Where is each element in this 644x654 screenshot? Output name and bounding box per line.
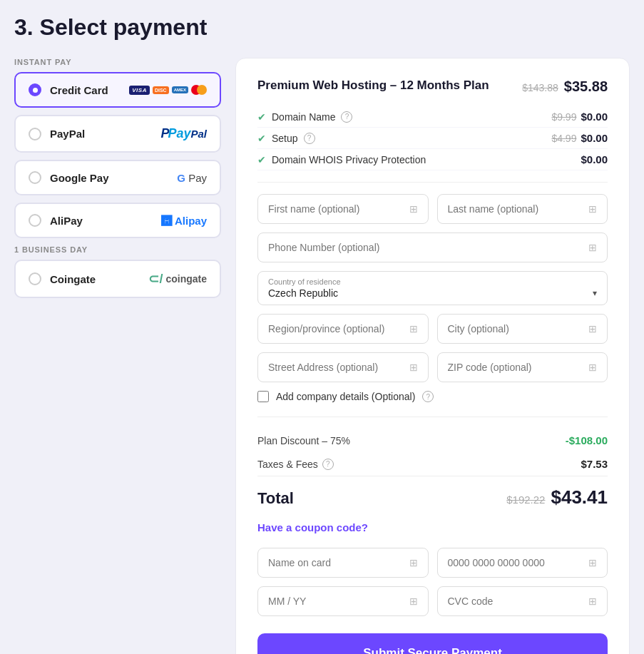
payment-layout: INSTANT PAY Credit Card VISA DISC AMEX P… [14, 58, 630, 654]
paypal-logo: P Pay Pal [160, 126, 207, 141]
card-number-field[interactable]: ⊞ [437, 548, 608, 578]
tax-label: Taxes & Fees [257, 459, 318, 470]
street-field[interactable]: ⊞ [257, 352, 429, 382]
credit-card-label: Credit Card [50, 84, 121, 96]
region-input[interactable] [268, 323, 409, 334]
company-details-row: Add company details (Optional) ? [257, 391, 608, 402]
street-input[interactable] [268, 362, 409, 373]
company-checkbox[interactable] [257, 391, 269, 402]
card-cvc-field[interactable]: ⊞ [437, 586, 608, 616]
feature-price-old: $9.99 [551, 111, 576, 123]
page-title: 3. Select payment [14, 14, 630, 41]
payment-option-paypal[interactable]: PayPal P Pay Pal [14, 115, 221, 153]
plan-price-old: $143.88 [522, 82, 558, 93]
business-day-label: 1 BUSINESS DAY [14, 245, 221, 254]
discount-label: Plan Discount – 75% [257, 435, 350, 446]
field-icon: ⊞ [409, 596, 418, 607]
card-cvc-input[interactable] [448, 596, 589, 607]
field-icon: ⊞ [588, 242, 597, 253]
phone-input[interactable] [268, 242, 588, 253]
total-row: Total $192.22 $43.41 [257, 476, 608, 514]
field-icon: ⊞ [588, 557, 597, 568]
coingate-logo: ⊂/ coingate [148, 271, 207, 287]
field-icon: ⊞ [588, 596, 597, 607]
card-expiry-field[interactable]: ⊞ [257, 586, 429, 616]
payment-option-credit-card[interactable]: Credit Card VISA DISC AMEX [14, 72, 221, 108]
help-icon[interactable]: ? [322, 459, 334, 470]
check-icon: ✔ [257, 154, 266, 165]
feature-domain-name: ✔ Domain Name ? $9.99 $0.00 [257, 106, 608, 128]
field-icon: ⊞ [409, 323, 418, 334]
help-icon[interactable]: ? [341, 111, 352, 123]
field-icon: ⊞ [409, 557, 418, 568]
card-name-input[interactable] [268, 557, 409, 568]
feature-setup: ✔ Setup ? $4.99 $0.00 [257, 128, 608, 149]
tax-row: Taxes & Fees ? $7.53 [257, 452, 608, 476]
first-name-field[interactable]: ⊞ [257, 194, 429, 224]
check-icon: ✔ [257, 133, 266, 144]
name-fields: ⊞ ⊞ [257, 194, 608, 224]
field-icon: ⊞ [409, 362, 418, 373]
country-label: Country of residence [268, 277, 597, 286]
tax-value: $7.53 [581, 458, 608, 470]
help-icon[interactable]: ? [422, 391, 434, 402]
discount-value: -$108.00 [566, 434, 608, 446]
order-summary-panel: Premium Web Hosting – 12 Months Plan $14… [235, 58, 630, 654]
payment-option-alipay[interactable]: AliPay 🅰 Alipay [14, 203, 221, 238]
radio-coingate[interactable] [29, 272, 41, 285]
radio-google-pay[interactable] [29, 171, 41, 184]
total-price-new: $43.41 [551, 486, 608, 509]
submit-payment-button[interactable]: Submit Secure Payment [257, 633, 608, 654]
company-label: Add company details (Optional) [276, 391, 415, 402]
card-fields: ⊞ ⊞ [257, 548, 608, 578]
card-name-field[interactable]: ⊞ [257, 548, 429, 578]
card-number-input[interactable] [448, 557, 589, 568]
zip-input[interactable] [448, 362, 589, 373]
radio-paypal[interactable] [29, 128, 41, 140]
card-expiry-input[interactable] [268, 596, 409, 607]
phone-field[interactable]: ⊞ [257, 233, 608, 262]
google-pay-label: Google Pay [50, 172, 168, 184]
check-icon: ✔ [257, 111, 266, 123]
plan-price-new: $35.88 [564, 78, 608, 95]
plan-price-group: $143.88 $35.88 [522, 78, 608, 95]
chevron-down-icon[interactable]: ▾ [593, 288, 597, 298]
visa-logo: VISA [129, 86, 150, 95]
feature-name: Setup [272, 133, 298, 144]
feature-price-new: $0.00 [581, 111, 608, 123]
coingate-label: Coingate [50, 273, 140, 285]
country-field[interactable]: Country of residence Czech Republic ▾ [257, 271, 608, 305]
radio-credit-card[interactable] [29, 83, 41, 96]
alipay-logo: 🅰 Alipay [161, 215, 207, 227]
feature-whois: ✔ Domain WHOIS Privacy Protection $0.00 [257, 149, 608, 170]
alipay-label: AliPay [50, 215, 153, 227]
field-icon: ⊞ [409, 203, 418, 215]
discover-logo: DISC [153, 86, 169, 94]
region-field[interactable]: ⊞ [257, 314, 429, 344]
radio-alipay[interactable] [29, 214, 41, 227]
feature-name: Domain Name [272, 111, 335, 123]
payment-option-coingate[interactable]: Coingate ⊂/ coingate [14, 260, 221, 298]
total-price-old: $192.22 [506, 494, 545, 506]
discount-row: Plan Discount – 75% -$108.00 [257, 429, 608, 452]
field-icon: ⊞ [588, 362, 597, 373]
field-icon: ⊞ [588, 323, 597, 334]
help-icon[interactable]: ? [304, 133, 315, 144]
card-expiry-cvc-fields: ⊞ ⊞ [257, 586, 608, 616]
total-label: Total [257, 489, 294, 508]
feature-price-old: $4.99 [551, 133, 576, 144]
zip-field[interactable]: ⊞ [437, 352, 608, 382]
coupon-link[interactable]: Have a coupon code? [257, 521, 608, 533]
city-input[interactable] [448, 323, 589, 334]
credit-card-logos: VISA DISC AMEX [129, 85, 207, 95]
feature-price-new: $0.00 [581, 132, 608, 144]
first-name-input[interactable] [268, 203, 409, 215]
plan-header: Premium Web Hosting – 12 Months Plan $14… [257, 78, 608, 95]
city-field[interactable]: ⊞ [437, 314, 608, 344]
plan-title: Premium Web Hosting – 12 Months Plan [257, 78, 489, 93]
address-zip-fields: ⊞ ⊞ [257, 352, 608, 382]
last-name-input[interactable] [448, 203, 589, 215]
payment-option-google-pay[interactable]: Google Pay G Pay [14, 160, 221, 195]
mastercard-logo [191, 85, 207, 95]
last-name-field[interactable]: ⊞ [437, 194, 608, 224]
